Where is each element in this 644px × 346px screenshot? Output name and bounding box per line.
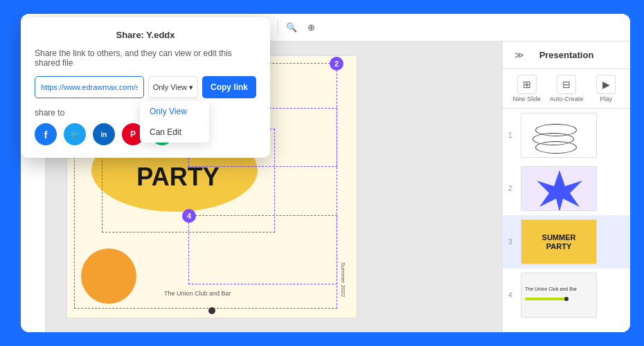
right-sidebar-header: ≫ Presentation — [503, 42, 630, 69]
share-link-input[interactable] — [35, 76, 144, 98]
slide-number-4: 4 — [508, 291, 517, 299]
toolbar-zoom-icon[interactable]: 🔍 — [283, 19, 300, 36]
panel-actions: ⊞ New Slide ⊟ Auto-Create ▶ Play — [503, 69, 630, 109]
slide-item-3[interactable]: 3 SUMMERPARTY — [503, 215, 630, 268]
copy-link-button[interactable]: Copy link — [202, 76, 256, 98]
slide-thumb-4: The Union Club and Bar — [521, 273, 597, 318]
auto-create-icon: ⊟ — [557, 75, 576, 94]
twitter-share-button[interactable]: 🐦 — [64, 123, 86, 145]
share-dialog-title: Share: Y.eddx — [35, 30, 256, 40]
selection-number-4: 4 — [182, 209, 196, 223]
share-link-row: Only View ▾ Copy link Only View Can Edit — [35, 76, 256, 98]
auto-create-label: Auto-Create — [550, 95, 584, 102]
selection-number-2: 2 — [330, 57, 343, 71]
right-sidebar: ≫ Presentation ⊞ New Slide ⊟ Auto-Create… — [502, 42, 630, 332]
slide-number-3: 3 — [508, 238, 517, 246]
thumb3-text: SUMMERPARTY — [542, 233, 576, 251]
slide-thumb-1 — [521, 113, 597, 158]
permission-only-view[interactable]: Only View — [140, 101, 209, 122]
permission-dropdown[interactable]: Only View ▾ — [148, 76, 198, 98]
right-sidebar-title: Presentation — [539, 50, 594, 60]
slides-list: 1 2 — [503, 109, 630, 332]
thumb2-star — [521, 167, 597, 211]
share-dialog: Share: Y.eddx Share the link to others, … — [21, 17, 270, 158]
date-text: Summer 2022 — [340, 262, 346, 297]
new-slide-label: New Slide — [512, 95, 541, 102]
play-label: Play — [600, 95, 613, 102]
linkedin-share-button[interactable]: in — [93, 123, 115, 145]
play-action[interactable]: ▶ Play — [589, 75, 623, 102]
slide-thumb-2 — [521, 166, 597, 211]
svg-marker-1 — [537, 170, 582, 211]
selection-box-4: 4 — [188, 215, 337, 284]
new-slide-action[interactable]: ⊞ New Slide — [510, 75, 544, 102]
slide-item-4[interactable]: 4 The Union Club and Bar — [503, 268, 630, 322]
toolbar-divider-3 — [278, 21, 278, 35]
play-icon: ▶ — [596, 75, 616, 94]
thumb-ring-3 — [535, 141, 577, 154]
slide-item-2[interactable]: 2 — [503, 162, 630, 215]
svg-text:The Union Club and Bar: The Union Club and Bar — [525, 286, 578, 291]
svg-rect-3 — [525, 298, 566, 300]
slide-number-1: 1 — [508, 131, 517, 139]
dropdown-chevron-icon: ▾ — [189, 83, 193, 92]
toolbar-more-icon[interactable]: ⊕ — [303, 19, 319, 36]
permission-label: Only View — [153, 83, 187, 91]
permission-menu: Only View Can Edit — [140, 101, 209, 143]
slide-item-1[interactable]: 1 — [503, 109, 630, 162]
facebook-share-button[interactable]: f — [35, 123, 57, 145]
permission-can-edit[interactable]: Can Edit — [140, 122, 209, 143]
svg-point-4 — [564, 297, 569, 301]
expand-icon[interactable]: ≫ — [510, 46, 529, 65]
dot-handle[interactable] — [208, 307, 215, 314]
thumb4-content: The Union Club and Bar — [521, 273, 597, 318]
share-description: Share the link to others, and they can v… — [35, 48, 256, 68]
slide-number-2: 2 — [508, 185, 517, 192]
auto-create-action[interactable]: ⊟ Auto-Create — [549, 75, 583, 102]
new-slide-icon: ⊞ — [517, 75, 537, 94]
slide-thumb-3: SUMMERPARTY — [521, 219, 597, 264]
